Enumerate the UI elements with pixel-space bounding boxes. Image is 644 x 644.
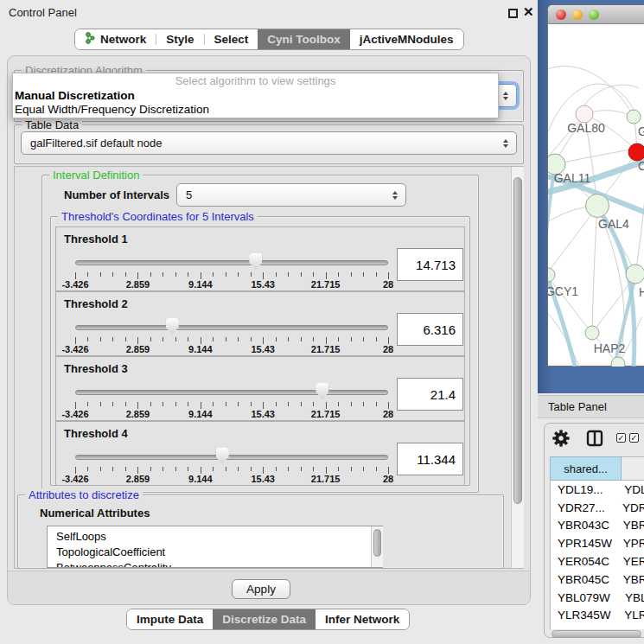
tick-mark xyxy=(137,337,138,344)
threshold-value-field[interactable]: 6.316 xyxy=(397,313,463,346)
combo-stepper-icon[interactable] xyxy=(497,139,516,148)
checkbox-icon[interactable] xyxy=(616,433,626,443)
tick-mark xyxy=(251,272,252,277)
network-edge[interactable] xyxy=(584,85,639,105)
slider-thumb[interactable] xyxy=(216,448,229,464)
cell-shared-name: YIL052C xyxy=(551,627,622,629)
close-icon[interactable] xyxy=(523,3,534,21)
zoom-window-icon[interactable] xyxy=(589,10,599,20)
tick-label: -3.426 xyxy=(61,279,88,290)
network-node-gcy1[interactable] xyxy=(548,268,555,282)
checkbox-icon[interactable] xyxy=(629,433,639,443)
threshold-value-field[interactable]: 11.344 xyxy=(397,443,463,475)
network-node-c[interactable] xyxy=(628,143,644,161)
tick-mark xyxy=(188,402,188,406)
table-row[interactable]: YIL052CYIL0 xyxy=(551,624,644,629)
table-row[interactable]: YBR045CYBR0 xyxy=(551,571,644,589)
dropdown-option-manual-discretization[interactable]: Manual Discretization xyxy=(13,89,498,103)
attributes-scrollbar-thumb[interactable] xyxy=(373,529,381,557)
cyni-mode-tabbar: Impute DataDiscretize DataInfer Network xyxy=(126,609,410,630)
table-panel-bar: Table Panel xyxy=(538,395,644,418)
slider-thumb[interactable] xyxy=(316,383,328,399)
network-node[interactable] xyxy=(611,357,625,367)
table-row[interactable]: YLR345WYLR3 xyxy=(551,607,644,625)
tick-mark xyxy=(226,467,226,471)
slider-track[interactable] xyxy=(75,260,388,265)
list-item-betweennesscentrality[interactable]: BetweennessCentrality xyxy=(48,560,382,568)
cell-shared-name: YPR145W xyxy=(551,537,615,550)
tab-jactivemnodules[interactable]: jActiveMNodules xyxy=(350,29,463,49)
tab-cyni-toolbox[interactable]: Cyni Toolbox xyxy=(258,29,350,49)
table-row[interactable]: YBR043CYBR0 xyxy=(551,517,644,535)
combo-stepper-icon[interactable] xyxy=(386,191,405,200)
dropdown-option-equal-width-frequency-discretization[interactable]: Equal Width/Frequency Discretization xyxy=(13,103,498,117)
threshold-label: Threshold 4 xyxy=(64,427,128,440)
network-node-ga[interactable] xyxy=(627,110,641,124)
tab-impute-data[interactable]: Impute Data xyxy=(127,609,213,629)
threshold-panel: Threshold 2-3.4262.8599.14415.4321.71528… xyxy=(55,291,465,356)
tab-network[interactable]: Network xyxy=(75,29,156,49)
apply-button[interactable]: Apply xyxy=(232,579,290,599)
tab-style[interactable]: Style xyxy=(156,29,203,49)
column-header-shared-name[interactable]: shared... xyxy=(550,456,622,481)
network-node-label: C xyxy=(638,159,644,173)
list-item-topologicalcoefficient[interactable]: TopologicalCoefficient xyxy=(48,545,382,560)
tick-mark xyxy=(100,402,101,406)
num-intervals-combobox[interactable]: 5 xyxy=(176,183,406,207)
vertical-scrollbar-thumb[interactable] xyxy=(513,177,522,504)
split-column-icon[interactable] xyxy=(586,430,603,447)
cell-name: YER0 xyxy=(615,555,644,568)
horizontal-scrollbar-thumb[interactable] xyxy=(552,630,641,638)
tick-mark xyxy=(251,402,252,406)
tick-mark xyxy=(201,272,201,279)
thresholds-group-title: Threshold's Coordinates for 5 Intervals xyxy=(58,210,258,223)
tick-label: -3.426 xyxy=(61,409,88,419)
network-node-gal4[interactable] xyxy=(586,194,609,218)
tick-mark xyxy=(376,272,377,277)
threshold-value-field[interactable]: 14.713 xyxy=(397,248,463,281)
tick-mark xyxy=(125,337,126,341)
network-edge[interactable] xyxy=(548,206,597,275)
network-node-gal80[interactable] xyxy=(576,105,593,123)
table-row[interactable]: YDR27...YDR2 xyxy=(551,499,644,517)
numerical-attributes-list[interactable]: SelfLoopsTopologicalCoefficientBetweenne… xyxy=(47,526,383,568)
float-window-icon[interactable] xyxy=(508,9,518,18)
network-node-h[interactable] xyxy=(626,265,644,284)
attributes-group-title: Attributes to discretize xyxy=(25,488,143,501)
network-node-label: GCY1 xyxy=(548,284,578,298)
minimize-window-icon[interactable] xyxy=(572,10,583,20)
tab-discretize-data[interactable]: Discretize Data xyxy=(213,609,316,629)
table-data-combobox[interactable]: galFiltered.sif default node xyxy=(21,131,517,155)
column-header-name[interactable]: na... xyxy=(622,456,644,481)
close-window-icon[interactable] xyxy=(556,10,566,20)
slider-track[interactable] xyxy=(75,390,388,395)
tab-infer-network[interactable]: Infer Network xyxy=(316,609,409,629)
attributes-list-scrollbar[interactable] xyxy=(371,526,383,567)
tick-mark xyxy=(313,272,314,277)
table-row[interactable]: YPR145WYPR1 xyxy=(551,534,644,552)
slider-thumb[interactable] xyxy=(249,253,262,270)
vertical-scrollbar[interactable] xyxy=(511,167,524,568)
table-row[interactable]: YBL079WYBL0 xyxy=(551,589,644,607)
table-row[interactable]: YDL19...YDL1 xyxy=(551,481,644,499)
tick-mark xyxy=(238,402,239,406)
combo-stepper-icon[interactable] xyxy=(497,92,516,100)
slider-thumb[interactable] xyxy=(166,318,179,335)
network-window-titlebar[interactable] xyxy=(548,5,644,24)
tick-mark xyxy=(112,272,113,277)
node-table-body[interactable]: YDL19...YDL1YDR27...YDR2YBR043CYBR0YPR14… xyxy=(550,481,644,629)
tick-mark xyxy=(75,402,76,409)
network-canvas[interactable]: GAL80GACGAL11GAL4GCY1HHAP2 xyxy=(548,23,644,367)
tab-select[interactable]: Select xyxy=(205,29,258,49)
tick-label: 9.144 xyxy=(188,409,213,419)
tick-mark xyxy=(263,272,264,279)
threshold-value-field[interactable]: 21.4 xyxy=(397,378,463,411)
list-item-selfloops[interactable]: SelfLoops xyxy=(48,529,382,545)
network-edge[interactable] xyxy=(592,206,597,333)
network-node-hap2[interactable] xyxy=(585,326,599,340)
slider-track[interactable] xyxy=(75,455,388,460)
gear-icon[interactable] xyxy=(552,430,570,447)
slider-track[interactable] xyxy=(75,325,388,330)
table-row[interactable]: YER054CYER0 xyxy=(551,552,644,571)
slider-ticks xyxy=(75,467,388,474)
